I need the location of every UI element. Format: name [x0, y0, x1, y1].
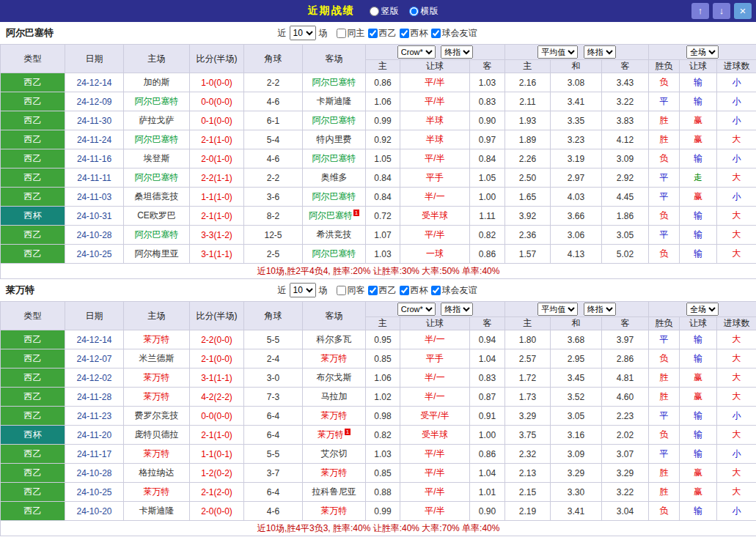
team-link[interactable]: 拉科鲁尼亚 — [312, 486, 356, 497]
team-link[interactable]: 科尔多瓦 — [317, 334, 352, 344]
team-cell: 阿尔巴塞特 — [303, 149, 366, 168]
team-link[interactable]: 埃登斯 — [144, 153, 170, 163]
filter-checkbox-option[interactable]: 西杯 — [398, 284, 428, 297]
filter-checkbox-input[interactable] — [431, 29, 441, 38]
avg-away-cell: 3.83 — [602, 111, 649, 130]
filter-checkbox-option[interactable]: 同客 — [335, 284, 365, 297]
team-link[interactable]: 莱万特 — [321, 353, 348, 363]
team-link[interactable]: 桑坦德竞技 — [135, 191, 179, 201]
team-link[interactable]: 莱万特 — [144, 486, 170, 497]
date-cell: 24-10-28 — [65, 464, 124, 483]
avg-source-select[interactable]: 平均值 — [537, 45, 578, 59]
team-link[interactable]: 卡斯迪隆 — [139, 505, 175, 516]
odds-away-cell: 0.90 — [470, 111, 505, 130]
filter-checkbox-input[interactable] — [400, 286, 409, 295]
subcol-goals-result: 进球数 — [717, 317, 756, 330]
layout-option-horizontal[interactable]: 横版 — [409, 5, 438, 18]
match-count-select[interactable]: 10 — [290, 26, 316, 40]
team-link[interactable]: 莱万特 — [321, 467, 348, 478]
team-link[interactable]: 费罗尔竞技 — [135, 410, 179, 421]
filter-checkbox-option[interactable]: 西乙 — [367, 284, 397, 297]
avg-draw-cell: 3.30 — [551, 483, 602, 502]
layout-option-vertical[interactable]: 竖版 — [370, 5, 399, 18]
odds-away-cell: 0.94 — [470, 330, 505, 349]
avg-home-cell: 2.57 — [505, 349, 551, 369]
team-link[interactable]: 莱万特 — [318, 429, 344, 440]
odds-home-cell: 1.06 — [366, 369, 400, 388]
goals-result-cell: 大 — [717, 388, 756, 407]
date-cell: 24-11-30 — [65, 111, 124, 130]
filter-checkbox-input[interactable] — [431, 286, 441, 295]
team-link[interactable]: 阿尔巴塞特 — [312, 115, 356, 125]
result-scope-select[interactable]: 全场 — [686, 45, 719, 59]
close-button[interactable]: × — [734, 3, 752, 19]
team-link[interactable]: 萨拉戈萨 — [139, 115, 175, 125]
team-link[interactable]: 希洪竞技 — [317, 229, 352, 240]
vertical-layout-radio[interactable] — [370, 7, 379, 16]
date-cell: 24-11-11 — [65, 168, 124, 188]
team-cell: 莱万特 — [303, 407, 366, 426]
filter-checkbox-input[interactable] — [368, 29, 378, 38]
team-link[interactable]: 庞特贝德拉 — [135, 429, 179, 440]
team-link[interactable]: 卡斯迪隆 — [317, 96, 352, 106]
odds-source-select[interactable]: Crow* — [397, 45, 436, 59]
team-link[interactable]: 莱万特 — [321, 410, 348, 421]
result-scope-select[interactable]: 全场 — [686, 303, 719, 316]
section-header: 阿尔巴塞特 近 10 场 同主西乙西杯球会友谊 — [0, 22, 756, 44]
filter-checkbox-option[interactable]: 同主 — [335, 27, 365, 40]
goals-result-cell: 小 — [717, 111, 756, 130]
filter-checkbox-input[interactable] — [400, 29, 409, 38]
team-link[interactable]: 布尔戈斯 — [317, 372, 352, 382]
avg-time-select[interactable]: 终指 — [584, 303, 616, 316]
corners-cell: 5-5 — [244, 445, 303, 464]
filter-checkbox-input[interactable] — [337, 286, 346, 295]
team-link[interactable]: 阿尔巴塞特 — [135, 229, 179, 240]
team-link[interactable]: 阿尔巴塞特 — [312, 248, 356, 259]
team-link[interactable]: 阿尔巴塞特 — [135, 96, 179, 106]
handicap-cell: 半/一 — [400, 188, 470, 207]
filter-checkbox-input[interactable] — [337, 29, 346, 38]
team-link[interactable]: 莱万特 — [144, 334, 170, 344]
avg-draw-cell: 3.68 — [551, 330, 602, 349]
team-link[interactable]: 米兰德斯 — [139, 353, 175, 363]
team-link[interactable]: 莱万特 — [144, 448, 170, 459]
team-link[interactable]: 莱万特 — [144, 391, 170, 401]
team-link[interactable]: 阿尔巴塞特 — [135, 172, 179, 182]
table-header-row: 类型 日期 主场 比分(半场) 角球 客场 Crow* 终指 平均值 终指 全场 — [1, 45, 756, 60]
team-link[interactable]: 格拉纳达 — [139, 467, 175, 478]
avg-home-cell: 2.36 — [505, 226, 551, 245]
filter-checkbox-input[interactable] — [368, 286, 378, 295]
scroll-down-button[interactable]: ↓ — [713, 3, 730, 19]
team-link[interactable]: CE欧罗巴 — [137, 210, 176, 221]
team-link[interactable]: 马拉加 — [321, 391, 348, 401]
filter-checkbox-option[interactable]: 球会友谊 — [430, 27, 477, 40]
team-link[interactable]: 阿尔巴塞特 — [312, 191, 356, 201]
team-cell: 费罗尔竞技 — [124, 407, 190, 426]
team-name: 阿尔巴塞特 — [6, 26, 54, 40]
handicap-result-cell: 赢 — [680, 130, 717, 149]
team-link[interactable]: 莱万特 — [321, 505, 348, 516]
odds-source-select[interactable]: Crow* — [397, 303, 436, 316]
odds-time-select[interactable]: 终指 — [441, 45, 473, 59]
team-link[interactable]: 阿尔梅里亚 — [135, 248, 179, 259]
team-link[interactable]: 莱万特 — [144, 372, 170, 382]
avg-time-select[interactable]: 终指 — [584, 45, 616, 59]
match-count-select[interactable]: 10 — [290, 283, 316, 297]
filter-checkbox-option[interactable]: 球会友谊 — [430, 284, 477, 297]
filter-checkbox-option[interactable]: 西杯 — [398, 27, 428, 40]
team-link[interactable]: 阿尔巴塞特 — [312, 153, 356, 163]
score-cell: 1-0(0-0) — [190, 73, 244, 92]
horizontal-layout-radio[interactable] — [409, 7, 419, 16]
odds-time-select[interactable]: 终指 — [441, 303, 473, 316]
team-link[interactable]: 奥维多 — [321, 172, 348, 182]
team-link[interactable]: 阿尔巴塞特 — [312, 77, 356, 87]
scroll-up-button[interactable]: ↑ — [691, 3, 709, 19]
team-link[interactable]: 加的斯 — [144, 77, 170, 87]
team-link[interactable]: 特内里费 — [317, 134, 352, 144]
avg-source-select[interactable]: 平均值 — [537, 303, 578, 316]
team-link[interactable]: 阿尔巴塞特 — [309, 210, 353, 221]
filter-checkbox-option[interactable]: 西乙 — [367, 27, 397, 40]
team-link[interactable]: 艾尔切 — [321, 448, 348, 459]
team-link[interactable]: 阿尔巴塞特 — [135, 134, 179, 144]
result-cell: 负 — [649, 426, 680, 445]
